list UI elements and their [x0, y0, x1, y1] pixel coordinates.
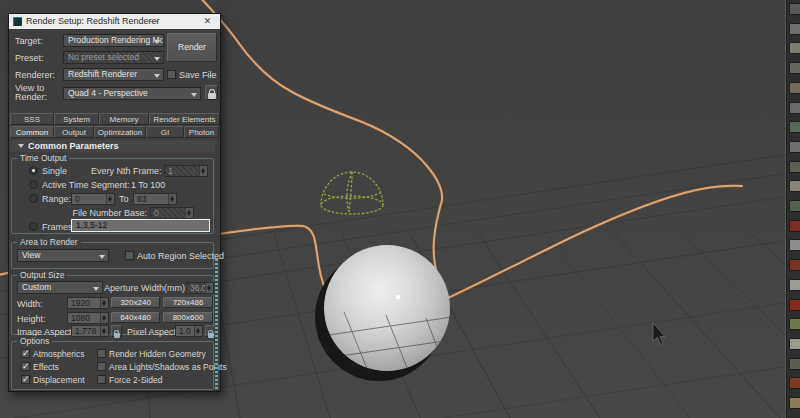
file-number-base-label: File Number Base:	[69, 208, 147, 218]
chevron-down-icon	[99, 255, 105, 259]
active-time-segment-radio[interactable]	[29, 180, 38, 189]
spinner-arrows-icon[interactable]	[185, 208, 193, 218]
toolbar-icon[interactable]	[789, 220, 800, 232]
spinner-arrows-icon[interactable]	[168, 194, 176, 204]
frames-radio[interactable]	[29, 222, 38, 231]
tab-render-elements[interactable]: Render Elements	[149, 113, 220, 125]
toolbar-icon[interactable]	[789, 377, 800, 389]
range-to-spinner[interactable]: 83	[133, 193, 177, 205]
rollout-scrollbar[interactable]	[215, 259, 218, 390]
save-file-checkbox[interactable]	[167, 70, 176, 79]
spinner-arrows-icon[interactable]	[100, 326, 108, 336]
browse-button[interactable]: ...	[206, 68, 217, 78]
toolbar-icon[interactable]	[789, 3, 800, 15]
area-lights-shadows-as-points-checkbox[interactable]	[97, 362, 106, 371]
viewport-lock-button[interactable]	[205, 85, 218, 100]
rollout-open-icon	[18, 144, 24, 148]
spinner-arrows-icon[interactable]	[205, 283, 213, 293]
every-nth-frame-spinner[interactable]: 1	[164, 165, 208, 177]
area-to-render-dropdown[interactable]: View	[17, 249, 109, 262]
atmospherics-checkbox[interactable]	[21, 349, 30, 358]
chevron-down-icon	[191, 93, 197, 97]
res-800x600-button[interactable]: 800x600	[163, 312, 213, 323]
spinner-arrows-icon[interactable]	[106, 194, 114, 204]
pixel-aspect-spinner[interactable]: 1.0	[175, 325, 203, 337]
render-setup-icon	[13, 17, 22, 26]
auto-region-checkbox[interactable]	[125, 251, 134, 260]
toolbar-icon[interactable]	[789, 318, 800, 330]
toolbar-icon[interactable]	[789, 259, 800, 271]
tab-common[interactable]: Common	[10, 126, 54, 138]
renderer-label: Renderer:	[15, 70, 55, 80]
range-to-label: To	[119, 194, 129, 204]
rollout-common-parameters[interactable]: Common Parameters	[11, 140, 215, 152]
height-spinner[interactable]: 1080	[67, 312, 109, 324]
effects-label: Effects	[33, 362, 59, 372]
force-2-sided-checkbox[interactable]	[97, 375, 106, 384]
3dsmax-viewport-screen: Render Setup: Redshift Renderer — ✕ Targ…	[0, 0, 800, 418]
side-toolbar[interactable]	[786, 0, 800, 418]
toolbar-icon[interactable]	[789, 200, 800, 212]
displacement-checkbox[interactable]	[21, 375, 30, 384]
res-720x486-button[interactable]: 720x486	[163, 297, 213, 308]
toolbar-icon[interactable]	[789, 141, 800, 153]
chevron-down-icon	[93, 287, 99, 291]
toolbar-icon[interactable]	[789, 82, 800, 94]
width-spinner[interactable]: 1920	[67, 297, 109, 309]
view-to-render-dropdown[interactable]: Quad 4 - Perspective	[63, 87, 201, 100]
toolbar-icon[interactable]	[789, 239, 800, 251]
effects-checkbox[interactable]	[21, 362, 30, 371]
toolbar-icon[interactable]	[789, 102, 800, 114]
tab-gi[interactable]: GI	[146, 126, 184, 138]
render-hidden-geometry-checkbox[interactable]	[97, 349, 106, 358]
tab-system[interactable]: System	[54, 113, 99, 125]
res-640x480-button[interactable]: 640x480	[111, 312, 160, 323]
toolbar-icon[interactable]	[789, 299, 800, 311]
lock-icon	[208, 93, 216, 99]
target-dropdown[interactable]: Production Rendering Mode	[63, 34, 164, 47]
atmospherics-label: Atmospherics	[33, 349, 85, 359]
aperture-width-spinner[interactable]: 36.0	[186, 282, 214, 294]
toolbar-icon[interactable]	[789, 23, 800, 35]
displacement-label: Displacement	[33, 375, 85, 385]
tab-sss[interactable]: SSS	[10, 113, 54, 125]
tab-output[interactable]: Output	[54, 126, 94, 138]
lock-icon	[208, 333, 214, 338]
preset-label: Preset:	[15, 53, 44, 63]
single-label: Single	[42, 166, 67, 176]
toolbar-icon[interactable]	[789, 180, 800, 192]
toolbar-icon[interactable]	[789, 338, 800, 350]
output-size-preset-dropdown[interactable]: Custom	[17, 281, 103, 294]
toolbar-icon[interactable]	[789, 62, 800, 74]
tab-memory[interactable]: Memory	[99, 113, 149, 125]
renderer-dropdown[interactable]: Redshift Renderer	[63, 68, 164, 81]
range-from-spinner[interactable]: 0	[71, 193, 115, 205]
minimize-button[interactable]: —	[147, 15, 160, 28]
toolbar-icon[interactable]	[789, 121, 800, 133]
frames-input[interactable]: 1,3,5-12	[71, 219, 210, 232]
toolbar-icon[interactable]	[789, 42, 800, 54]
preset-dropdown[interactable]: No preset selected	[63, 51, 164, 64]
every-nth-frame-label: Every Nth Frame:	[91, 166, 161, 176]
tab-photon[interactable]: Photon	[184, 126, 219, 138]
tab-optimization[interactable]: Optimization	[94, 126, 146, 138]
force-2-sided-label: Force 2-Sided	[109, 375, 162, 385]
spinner-arrows-icon[interactable]	[100, 298, 108, 308]
spinner-arrows-icon[interactable]	[194, 326, 202, 336]
toolbar-icon[interactable]	[789, 279, 800, 291]
toolbar-icon[interactable]	[789, 358, 800, 370]
spinner-arrows-icon[interactable]	[100, 313, 108, 323]
close-button[interactable]: ✕	[201, 15, 214, 28]
image-aspect-spinner[interactable]: 1.778	[71, 325, 109, 337]
image-aspect-lock-button[interactable]	[111, 325, 122, 337]
single-radio[interactable]	[29, 166, 38, 175]
dialog-titlebar[interactable]: Render Setup: Redshift Renderer — ✕	[9, 14, 220, 29]
toolbar-icon[interactable]	[789, 161, 800, 173]
toolbar-icon[interactable]	[789, 397, 800, 409]
spinner-arrows-icon[interactable]	[199, 166, 207, 176]
res-320x240-button[interactable]: 320x240	[111, 297, 160, 308]
file-number-base-spinner[interactable]: 0	[150, 207, 194, 219]
render-button[interactable]: Render	[167, 33, 217, 62]
range-radio[interactable]	[29, 194, 38, 203]
width-label: Width:	[17, 299, 43, 309]
